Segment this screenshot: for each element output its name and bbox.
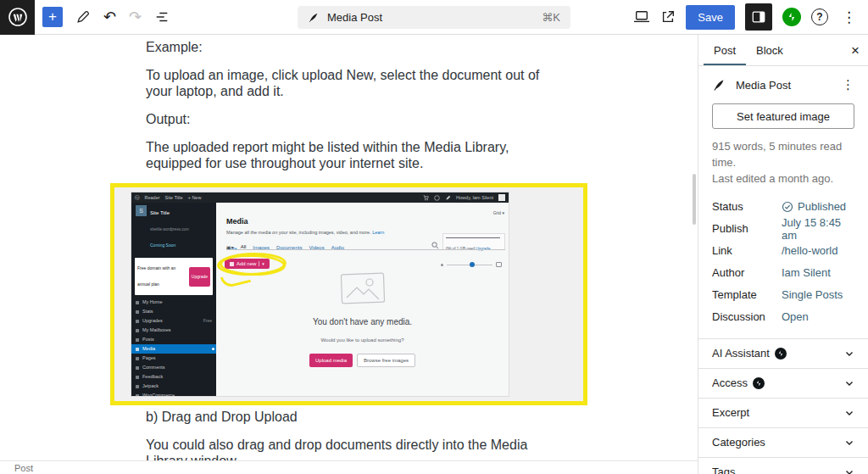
mini-grid-toggle[interactable]: Grid ▾ [493, 205, 504, 221]
jetpack-badge-icon [753, 377, 765, 389]
field-label: Status [712, 200, 782, 213]
mini-nav-label: WooCommerce [142, 388, 175, 396]
media-icon [136, 348, 139, 351]
close-sidebar-icon[interactable]: × [851, 43, 860, 58]
section-ai-assistant[interactable]: AI Assistant [698, 339, 868, 369]
mini-nav-item-media[interactable]: Media [131, 344, 216, 354]
word-count: 915 words, 5 minutes read time. [712, 139, 854, 171]
chevron-down-icon [844, 438, 854, 448]
screenshot-window: Ⓦ Reader Site Title + New Howdy, Iam Sil… [131, 192, 509, 397]
publish-date-value[interactable]: July 15 8:45 am [782, 216, 854, 242]
mini-slider-max-icon [496, 262, 502, 267]
tab-post[interactable]: Post [704, 35, 746, 65]
mini-slider-track[interactable] [447, 265, 492, 265]
mini-cart-icon [423, 195, 429, 201]
section-tags[interactable]: Tags [698, 458, 868, 474]
feedback-icon [136, 376, 139, 379]
discussion-value[interactable]: Open [782, 310, 809, 323]
mini-upload-media-button[interactable]: Upload media [309, 354, 353, 367]
status-value[interactable]: Published [782, 200, 846, 213]
mini-storage-meter: 0% of 1 GB used Upgrade [442, 233, 505, 250]
undo-icon[interactable]: ↶ [103, 9, 116, 25]
block-inserter-button[interactable]: + [42, 7, 63, 27]
mini-browse-images-button[interactable]: Browse free images [357, 354, 415, 367]
mini-site-card: S Site Title sitetitle.wordpress.com Com… [131, 203, 216, 256]
mini-type-filter-icon[interactable]: ▣▾ [226, 240, 234, 256]
comments-icon [136, 366, 139, 370]
mini-free-badge: Free [203, 313, 212, 329]
post-summary-card: Media Post ⋮ [698, 66, 868, 102]
empty-media-placeholder-icon [335, 269, 391, 311]
preview-icon[interactable] [633, 9, 650, 25]
mini-tab-audio[interactable]: Audio [331, 240, 344, 256]
mini-tab-all[interactable]: All [241, 239, 247, 257]
chevron-down-icon [844, 467, 854, 474]
tab-block[interactable]: Block [746, 35, 793, 65]
mini-empty-state: You don't have any media. Would you like… [216, 269, 509, 367]
save-button[interactable]: Save [686, 5, 735, 30]
section-label: Excerpt [712, 406, 749, 419]
template-value[interactable]: Single Posts [782, 288, 843, 301]
mini-storage-bar [446, 237, 500, 238]
mini-caret-icon: ▾ [259, 261, 264, 266]
wordpress-logo[interactable] [0, 0, 35, 35]
set-featured-image-button[interactable]: Set featured image [712, 103, 854, 129]
field-row-status: Status Published [712, 196, 854, 218]
image-block[interactable]: Ⓦ Reader Site Title + New Howdy, Iam Sil… [110, 183, 587, 405]
author-value[interactable]: Iam Silent [782, 266, 831, 279]
paragraph[interactable]: Example: [146, 39, 552, 55]
jetpack-icon [136, 385, 139, 388]
options-menu-icon[interactable]: ⋮ [838, 8, 860, 26]
document-overview-icon[interactable] [154, 9, 170, 25]
mini-empty-title: You don't have any media. [216, 314, 509, 330]
section-excerpt[interactable]: Excerpt [698, 399, 868, 428]
home-icon [136, 301, 139, 304]
last-edited: Last edited a month ago. [712, 171, 854, 187]
mini-add-new-button[interactable]: Add new▾ [225, 259, 270, 269]
sidebar-panel-icon [751, 9, 766, 25]
mini-nav-item[interactable]: WooCommerce [131, 391, 216, 396]
mini-help-icon [434, 195, 440, 201]
paragraph[interactable]: The uploaded report might be listed with… [146, 139, 552, 171]
upgrades-icon [136, 320, 139, 323]
field-label: Publish [712, 222, 782, 235]
document-title: Media Post [327, 11, 382, 24]
mini-nav-sidebar: S Site Title sitetitle.wordpress.com Com… [131, 203, 216, 396]
field-row-link: Link /hello-world [712, 240, 854, 262]
field-row-publish: Publish July 15 8:45 am [712, 218, 854, 240]
mini-slider-thumb[interactable] [470, 262, 475, 267]
settings-sidebar-toggle[interactable] [745, 3, 772, 31]
sidebar-sections: AI Assistant Access Excerpt Categories T… [698, 338, 868, 474]
paragraph[interactable]: To upload an image, click upload New, se… [146, 67, 552, 99]
jetpack-icon[interactable] [782, 8, 801, 26]
redo-icon[interactable]: ↷ [129, 9, 142, 25]
mini-tabs-separator [226, 249, 505, 250]
mini-search-icon[interactable] [431, 237, 439, 253]
help-icon[interactable]: ? [811, 8, 828, 25]
link-value[interactable]: /hello-world [782, 244, 837, 257]
mini-tab-images[interactable]: Images [253, 240, 270, 256]
editor-top-bar: + ↶ ↷ Media Post ⌘K Save ? ⋮ [0, 0, 868, 35]
mini-upgrade-button[interactable]: Upgrade [189, 267, 210, 287]
mini-tab-videos[interactable]: Videos [309, 240, 324, 256]
command-palette-button[interactable]: Media Post ⌘K [298, 6, 570, 29]
section-label: AI Assistant [712, 347, 770, 360]
view-post-external-icon[interactable] [660, 9, 676, 25]
mini-slider-min-icon [441, 264, 443, 266]
paragraph[interactable]: Output: [146, 111, 552, 127]
post-content: Example: To upload an image, click uploa… [146, 35, 552, 469]
section-categories[interactable]: Categories [698, 428, 868, 458]
settings-sidebar: Post Block × Media Post ⋮ Set featured i… [698, 35, 868, 474]
post-options-icon[interactable]: ⋮ [842, 77, 854, 92]
paragraph[interactable]: b) Drag and Drop Upload [146, 409, 552, 425]
mini-admin-bar: Ⓦ Reader Site Title + New Howdy, Iam Sil… [131, 192, 509, 203]
section-label: Tags [712, 466, 735, 474]
post-feather-icon [308, 11, 320, 24]
field-row-author: Author Iam Silent [712, 262, 854, 284]
canvas-scrollbar[interactable] [693, 174, 696, 225]
breadcrumb[interactable]: Post [14, 463, 33, 473]
mini-tab-documents[interactable]: Documents [276, 240, 302, 256]
section-access[interactable]: Access [698, 369, 868, 399]
tools-pencil-icon[interactable] [75, 9, 91, 25]
woocommerce-icon [136, 394, 139, 397]
